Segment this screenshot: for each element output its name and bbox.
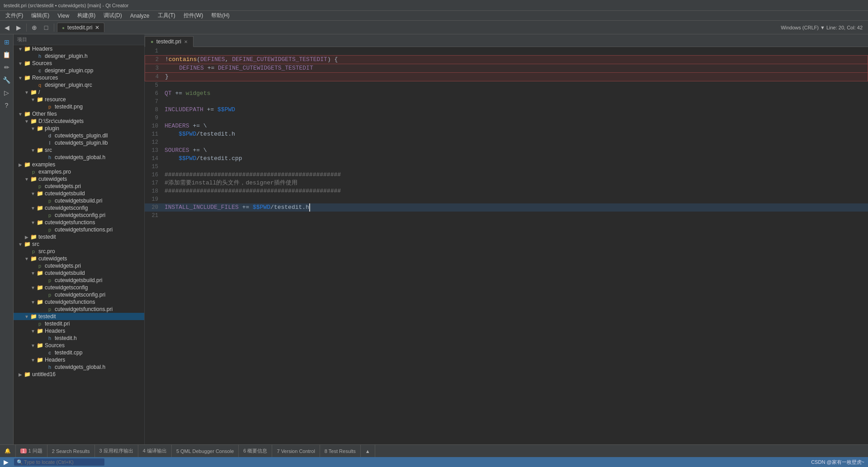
file-tab[interactable]: ● testedit.pri ✕ <box>57 23 104 32</box>
tree-node-testedit-h[interactable]: h testedit.h <box>14 335 144 342</box>
tree-node-cutewidgetsconfig-src[interactable]: ▼ 📁 cutewidgetsconfig <box>14 284 144 291</box>
sidebar-icon-files[interactable]: 📋 <box>1 49 13 61</box>
editor-tabs: ● testedit.pri ✕ <box>145 34 868 47</box>
tree-node-cutewidgets-ex[interactable]: ▼ 📁 cutewidgets <box>14 175 144 183</box>
tree-node-designer-plugin-qrc[interactable]: q designer_plugin.qrc <box>14 81 144 89</box>
code-line-9: 9 <box>145 114 868 122</box>
menu-edit[interactable]: 编辑(E) <box>28 11 53 20</box>
tree-node-cutewidgetsbuild-ex[interactable]: ▼ 📁 cutewidgetsbuild <box>14 190 144 197</box>
tree-node-testedit-src[interactable]: ▼ 📁 testedit <box>14 313 144 320</box>
tree-node-testedit-cpp[interactable]: c testedit.cpp <box>14 349 144 356</box>
title-bar: testedit.pri (src\testedit • cutewidgets… <box>0 0 868 11</box>
tree-node-cutewidgets-dll[interactable]: d cutewidgets_plugin.dll <box>14 132 144 139</box>
bottom-tab-qml-debugger[interactable]: 5 QML Debugger Console <box>172 445 239 457</box>
tree-node-cutewidgetsconfig-ex[interactable]: ▼ 📁 cutewidgetsconfig <box>14 204 144 212</box>
tree-node-headers-testedit[interactable]: ▼ 📁 Headers <box>14 327 144 335</box>
tree-label: testedit <box>38 234 56 240</box>
tree-node-d-src[interactable]: ▼ 📁 D:\Src\cutewidgets <box>14 118 144 125</box>
sidebar-icon-edit[interactable]: ✏ <box>1 61 13 73</box>
tree-node-cutewidgetsfunctions-src[interactable]: ▼ 📁 cutewidgetsfunctions <box>14 298 144 306</box>
tree-node-designer-plugin-h[interactable]: h designer_plugin.h <box>14 52 144 60</box>
tree-node-headers-root[interactable]: ▼ 📁 Headers <box>14 45 144 52</box>
tree-node-sources-testedit[interactable]: ▼ 📁 Sources <box>14 342 144 349</box>
tree-node-other-files[interactable]: ▼ 📁 Other files <box>14 110 144 118</box>
tree-node-cutewidgetsfunctions-ex[interactable]: ▼ 📁 cutewidgetsfunctions <box>14 219 144 226</box>
tree-node-cutewidgetsbuild-pri-src[interactable]: p cutewidgetsbuild.pri <box>14 277 144 284</box>
tree-node-src-root[interactable]: ▼ 📁 src <box>14 241 144 248</box>
tree-arrow: ▼ <box>30 206 36 211</box>
menu-help[interactable]: 帮助(H) <box>208 11 233 20</box>
menu-tools[interactable]: 工具(T) <box>154 11 179 20</box>
tree-label: cutewidgets.pri <box>45 183 81 189</box>
bottom-tab-app-output[interactable]: 3 应用程序输出 <box>95 445 138 457</box>
tree-node-cutewidgets-global-h[interactable]: h cutewidgets_global.h <box>14 154 144 161</box>
menu-build[interactable]: 构建(B) <box>74 11 99 20</box>
tree-node-resources-root[interactable]: ▼ 📁 Resources <box>14 74 144 81</box>
toolbar-btn-4[interactable]: □ <box>41 23 51 33</box>
close-tab-icon[interactable]: ✕ <box>95 24 99 31</box>
tree-node-cutewidgetsfunctions-pri-ex[interactable]: p cutewidgetsfunctions.pri <box>14 226 144 233</box>
bottom-tab-summary[interactable]: 6 概要信息 <box>239 445 272 457</box>
tree-node-plugin[interactable]: ▼ 📁 plugin <box>14 125 144 132</box>
bottom-tab-issues[interactable]: 1 1 问题 <box>16 445 47 457</box>
tree-node-cutewidgets-lib[interactable]: l cutewidgets_plugin.lib <box>14 139 144 146</box>
menu-file[interactable]: 文件(F) <box>2 11 27 20</box>
toolbar-btn-1[interactable]: ◀ <box>2 23 12 33</box>
tree-label: cutewidgetsbuild <box>45 190 85 197</box>
locate-input[interactable] <box>14 458 104 466</box>
tree-node-testedit-pri-src[interactable]: p testedit.pri <box>14 320 144 327</box>
bottom-tab-search-results[interactable]: 2 Search Results <box>47 445 95 457</box>
bottom-tab-bell[interactable]: 🔔 <box>0 445 16 457</box>
code-line-5: 5 <box>145 81 868 90</box>
bottom-tab-test-results[interactable]: 8 Test Results <box>320 445 361 457</box>
tree-node-headers-testedit2[interactable]: ▼ 📁 Headers <box>14 356 144 363</box>
tree-arrow: ▼ <box>30 148 36 153</box>
tree-node-cutewidgets-pri-src[interactable]: p cutewidgets.pri <box>14 262 144 269</box>
tree-node-resource[interactable]: ▼ 📁 resource <box>14 96 144 103</box>
tree-arrow: ▼ <box>17 242 24 247</box>
menu-debug[interactable]: 调试(D) <box>100 11 126 20</box>
bottom-tab-version-control[interactable]: 7 Version Control <box>272 445 320 457</box>
folder-icon: 📁 <box>36 342 43 349</box>
folder-icon: 📁 <box>36 147 43 153</box>
tree-node-src-other[interactable]: ▼ 📁 src <box>14 146 144 154</box>
bottom-tab-expand[interactable]: ▲ <box>361 445 375 457</box>
tree-node-sources-root[interactable]: ▼ 📁 Sources <box>14 60 144 67</box>
tree-node-cutewidgetsbuild-pri-ex[interactable]: p cutewidgetsbuild.pri <box>14 197 144 204</box>
tree-label: Sources <box>32 60 52 66</box>
menu-controls[interactable]: 控件(W) <box>180 11 207 20</box>
tree-node-src-pro[interactable]: p src.pro <box>14 248 144 255</box>
bottom-tab-compile-output[interactable]: 4 编译输出 <box>138 445 172 457</box>
tree-node-examples[interactable]: ▶ 📁 examples <box>14 161 144 168</box>
code-line-21: 21 <box>145 212 868 220</box>
editor-tab-testedit-pri[interactable]: ● testedit.pri ✕ <box>145 36 193 47</box>
tree-node-slash[interactable]: ▼ 📁 / <box>14 89 144 96</box>
menu-view[interactable]: View <box>54 12 73 20</box>
sidebar-icon-help[interactable]: ? <box>1 99 13 111</box>
sidebar-icon-debug[interactable]: ▷ <box>1 87 13 99</box>
tree-node-testedit-png[interactable]: p testedit.png <box>14 103 144 110</box>
close-tab-btn[interactable]: ✕ <box>184 39 188 44</box>
tree-node-untitled16[interactable]: ▶ 📁 untitled16 <box>14 371 144 378</box>
file-icon: d <box>46 133 53 138</box>
tree-node-cutewidgetsconfig-pri-src[interactable]: p cutewidgetsconfig.pri <box>14 291 144 298</box>
toolbar-btn-2[interactable]: ▶ <box>14 23 24 33</box>
editor-status: Windows (CRLF) ▼ Line: 20, Col: 42 <box>781 25 866 30</box>
menu-analyze[interactable]: Analyze <box>127 12 153 20</box>
tree-node-testedit-ex[interactable]: ▶ 📁 testedit <box>14 233 144 241</box>
tree-node-examples-pro[interactable]: p examples.pro <box>14 168 144 175</box>
tree-node-cutewidgets-pri-ex[interactable]: p cutewidgets.pri <box>14 183 144 190</box>
tree-label: Sources <box>45 342 65 349</box>
tree-node-designer-plugin-cpp[interactable]: c designer_plugin.cpp <box>14 67 144 74</box>
tree-arrow: ▼ <box>30 300 36 305</box>
tree-node-cutewidgetsfunctions-pri-src[interactable]: p cutewidgetsfunctions.pri <box>14 306 144 313</box>
tree-node-cutewidgets-src[interactable]: ▼ 📁 cutewidgets <box>14 255 144 262</box>
editor-content[interactable]: 1 2 !contains(DEFINES, DEFINE_CUTEWIDGET… <box>145 47 868 444</box>
toolbar-btn-3[interactable]: ⊕ <box>29 23 39 33</box>
tree-node-cutewidgets-global-h2[interactable]: h cutewidgets_global.h <box>14 363 144 371</box>
tree-node-cutewidgetsconfig-pri-ex[interactable]: p cutewidgetsconfig.pri <box>14 212 144 219</box>
file-icon: p <box>46 198 53 203</box>
sidebar-icon-build[interactable]: 🔧 <box>1 74 13 86</box>
tree-node-cutewidgetsbuild-src[interactable]: ▼ 📁 cutewidgetsbuild <box>14 269 144 277</box>
sidebar-icon-grid[interactable]: ⊞ <box>1 36 13 48</box>
